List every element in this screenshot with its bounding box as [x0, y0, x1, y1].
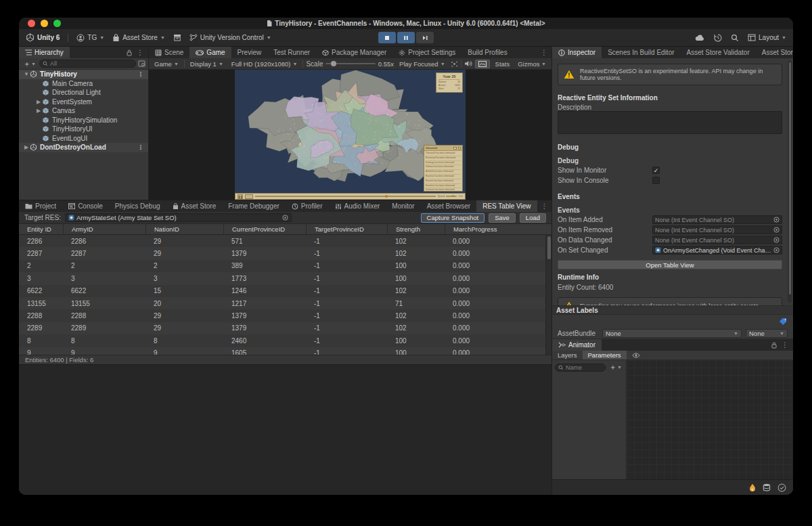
- tab-project-settings[interactable]: Project Settings: [392, 47, 461, 58]
- table-row[interactable]: 3331773-11000.000: [19, 272, 551, 284]
- display-dropdown[interactable]: Display 1▼: [187, 60, 226, 68]
- search-icon[interactable]: [731, 34, 739, 42]
- tab-package-manager[interactable]: Package Manager: [316, 47, 392, 58]
- show-in-monitor-checkbox[interactable]: ✓: [652, 167, 660, 174]
- focus-mode-dropdown[interactable]: Play Focused▼: [397, 60, 448, 68]
- table-scrollbar[interactable]: [545, 235, 551, 355]
- assetbundle-variant-dropdown[interactable]: None▼: [746, 329, 788, 338]
- panel-menu-icon[interactable]: ⋮: [537, 200, 552, 212]
- parameter-search-input[interactable]: [566, 364, 602, 371]
- speed-control[interactable]: Speed 1.0x: [438, 195, 463, 198]
- play-button[interactable]: [378, 32, 396, 43]
- tab-game[interactable]: Game: [189, 47, 231, 58]
- table-row[interactable]: 22872287291379-11020.000: [19, 247, 551, 259]
- show-in-console-checkbox[interactable]: [652, 177, 660, 184]
- table-row[interactable]: 222389-11000.000: [19, 260, 551, 272]
- sim-mode-dropdown[interactable]: [245, 194, 253, 199]
- resolution-dropdown[interactable]: Full HD (1920x1080)▼: [229, 60, 300, 68]
- panel-menu-icon[interactable]: ⋮: [782, 341, 788, 349]
- frame-capture-button[interactable]: [475, 60, 490, 68]
- capture-snapshot-button[interactable]: Capture Snapshot: [421, 213, 485, 223]
- tab-parameters[interactable]: Parameters: [583, 351, 627, 359]
- game-viewport[interactable]: Year 25 Nations46Armies6400Wars29 Chroni…: [235, 70, 466, 200]
- foldout-arrow-icon[interactable]: ▶: [23, 144, 30, 150]
- column-header-strength[interactable]: Strength: [387, 224, 445, 234]
- tab-asset-store[interactable]: Asset Store: [166, 200, 223, 212]
- item-menu-icon[interactable]: ⋮: [137, 144, 148, 151]
- account-menu[interactable]: TG▼: [76, 34, 104, 42]
- hierarchy-item-canvas[interactable]: ▶Canvas: [19, 106, 148, 116]
- stats-button[interactable]: Stats: [493, 60, 513, 68]
- scale-slider[interactable]: [325, 63, 375, 64]
- panel-menu-icon[interactable]: ⋮: [137, 49, 143, 56]
- sim-pause-button[interactable]: ❚❚: [238, 194, 243, 199]
- event-objectfield[interactable]: None (Int Event Channel SO): [652, 225, 782, 234]
- assetbundle-dropdown[interactable]: None▼: [602, 329, 742, 338]
- event-objectfield[interactable]: None (Int Event Channel SO): [652, 215, 782, 224]
- foldout-arrow-icon[interactable]: ▶: [35, 108, 42, 114]
- cache-database-icon[interactable]: [763, 483, 771, 491]
- table-row[interactable]: 2286228629571-11020.000: [19, 235, 551, 247]
- timeline-slider[interactable]: [255, 196, 436, 197]
- tab-layers[interactable]: Layers: [552, 351, 583, 359]
- step-button[interactable]: [416, 32, 434, 43]
- gizmos-dropdown[interactable]: Gizmos ▼: [515, 60, 549, 68]
- column-header-targetprovinceid[interactable]: TargetProvinceID: [306, 224, 387, 234]
- chronicle-close-button[interactable]: [458, 147, 461, 150]
- save-button[interactable]: Save: [489, 213, 516, 223]
- view-mode-dropdown[interactable]: Game▼: [152, 60, 181, 68]
- animator-graph[interactable]: [627, 360, 793, 479]
- hierarchy-item-eventlogui[interactable]: EventLogUI: [19, 134, 148, 144]
- hierarchy-item-dontdestroyonload[interactable]: ▶DontDestroyOnLoad⋮: [19, 143, 148, 152]
- table-row[interactable]: 66226622151246-11020.000: [19, 285, 551, 297]
- tab-project[interactable]: Project: [19, 200, 62, 212]
- chronicle-filter-button[interactable]: [453, 147, 457, 150]
- hierarchy-item-main-camera[interactable]: Main Camera: [19, 79, 148, 89]
- column-header-marchprogress[interactable]: MarchProgress: [445, 224, 551, 234]
- column-header-entity-id[interactable]: Entity ID: [19, 224, 63, 234]
- tab-asset-store-validator[interactable]: Asset Store Validator: [681, 47, 756, 58]
- tab-test-runner[interactable]: Test Runner: [267, 47, 316, 58]
- eye-icon[interactable]: [627, 351, 646, 359]
- tab-asset-store-upl[interactable]: Asset Store Upl: [756, 47, 793, 58]
- hierarchy-item-tinyhistory[interactable]: ▼TinyHistory⋮: [19, 70, 148, 79]
- scene-visibility-icon[interactable]: [138, 60, 145, 67]
- table-row[interactable]: 22882288291379-11020.000: [19, 309, 551, 322]
- tab-scenes-in-build-editor[interactable]: Scenes In Build Editor: [602, 47, 680, 58]
- target-res-objectfield[interactable]: ArmyStateSet (Army State Set SO): [65, 213, 292, 222]
- hierarchy-item-tinyhistorysimulation[interactable]: TinyHistorySimulation: [19, 116, 148, 125]
- parameter-search[interactable]: [555, 364, 606, 372]
- inspector-scrollbar[interactable]: [788, 61, 792, 303]
- load-button[interactable]: Load: [520, 213, 546, 223]
- tab-preview[interactable]: Preview: [231, 47, 268, 58]
- tab-scene[interactable]: Scene: [149, 47, 189, 58]
- tab-audio-mixer[interactable]: Audio Mixer: [329, 200, 386, 212]
- hierarchy-search[interactable]: [39, 60, 136, 68]
- open-table-view-button[interactable]: Open Table View: [558, 260, 782, 269]
- tab-monitor[interactable]: Monitor: [386, 200, 420, 212]
- tab-frame-debugger[interactable]: Frame Debugger: [222, 200, 286, 212]
- tab-animator[interactable]: Animator: [552, 339, 602, 351]
- tab-hierarchy[interactable]: Hierarchy: [19, 47, 70, 58]
- column-header-nationid[interactable]: NationID: [145, 224, 223, 234]
- hierarchy-search-input[interactable]: [50, 60, 133, 67]
- table-row[interactable]: 8882460-11000.000: [19, 334, 551, 347]
- table-row[interactable]: 22892289291379-11020.000: [19, 322, 551, 334]
- foldout-arrow-icon[interactable]: ▶: [35, 99, 42, 105]
- foldout-arrow-icon[interactable]: ▼: [23, 71, 30, 77]
- tab-console[interactable]: Console: [62, 200, 109, 212]
- version-control-menu[interactable]: Unity Version Control▼: [189, 34, 271, 41]
- asset-store-menu[interactable]: Asset Store▼: [112, 34, 165, 42]
- pause-button[interactable]: [397, 32, 415, 43]
- object-picker-icon[interactable]: [282, 215, 288, 221]
- table-row[interactable]: 9991605-11000.000: [19, 347, 551, 355]
- unity-version-menu[interactable]: Unity 6: [26, 33, 60, 42]
- item-menu-icon[interactable]: ⋮: [137, 70, 148, 78]
- tab-inspector[interactable]: Inspector: [552, 47, 602, 58]
- tab-profiler[interactable]: Profiler: [286, 200, 329, 212]
- particles-icon[interactable]: [451, 60, 458, 68]
- layout-menu[interactable]: Layout▼: [748, 34, 786, 41]
- mute-audio-icon[interactable]: [464, 60, 472, 67]
- event-objectfield[interactable]: None (Int Event Channel SO): [652, 236, 782, 244]
- hierarchy-item-eventsystem[interactable]: ▶EventSystem: [19, 97, 148, 107]
